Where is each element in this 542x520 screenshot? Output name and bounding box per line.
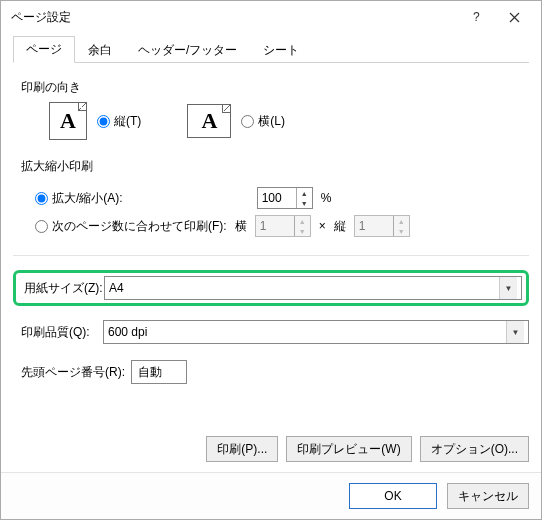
- chevron-down-icon[interactable]: ▼: [499, 277, 517, 299]
- wide-value: 1: [256, 216, 294, 236]
- print-button[interactable]: 印刷(P)...: [206, 436, 278, 462]
- spinner-up-icon[interactable]: ▲: [297, 188, 312, 198]
- dialog-body: ページ 余白 ヘッダー/フッター シート 印刷の向き A 縦(T) A 横(L)…: [1, 33, 541, 472]
- first-page-label: 先頭ページ番号(R):: [13, 364, 131, 381]
- print-quality-label: 印刷品質(Q):: [13, 324, 103, 341]
- adjust-value[interactable]: 100: [258, 188, 296, 208]
- paper-size-row: 用紙サイズ(Z): A4 ▼: [13, 270, 529, 306]
- spinner-down-icon[interactable]: ▼: [297, 198, 312, 208]
- tab-page[interactable]: ページ: [13, 36, 75, 63]
- tall-value: 1: [355, 216, 393, 236]
- tall-spinner: 1 ▲▼: [354, 215, 410, 237]
- tab-strip: ページ 余白 ヘッダー/フッター シート: [13, 39, 529, 63]
- adjust-radio-label: 拡大/縮小(A):: [52, 190, 123, 207]
- svg-text:?: ?: [473, 11, 480, 23]
- landscape-icon: A: [187, 104, 231, 138]
- titlebar: ページ設定 ?: [1, 1, 541, 33]
- action-buttons: 印刷(P)... 印刷プレビュー(W) オプション(O)...: [13, 426, 529, 462]
- wide-spinner: 1 ▲▼: [255, 215, 311, 237]
- adjust-spinner[interactable]: 100 ▲▼: [257, 187, 313, 209]
- scaling-label: 拡大縮小印刷: [21, 158, 529, 175]
- ok-button[interactable]: OK: [349, 483, 437, 509]
- fit-radio-label: 次のページ数に合わせて印刷(F):: [52, 218, 227, 235]
- tab-sheet[interactable]: シート: [250, 37, 312, 63]
- portrait-radio[interactable]: 縦(T): [97, 113, 141, 130]
- spinner-down-icon: ▼: [295, 226, 310, 236]
- spinner-up-icon: ▲: [394, 216, 409, 226]
- paper-size-value: A4: [109, 281, 124, 295]
- spinner-up-icon: ▲: [295, 216, 310, 226]
- wide-label: 横: [235, 218, 247, 235]
- tab-margins[interactable]: 余白: [75, 37, 125, 63]
- help-button[interactable]: ?: [457, 3, 495, 31]
- orientation-label: 印刷の向き: [21, 79, 529, 96]
- orientation-row: A 縦(T) A 横(L): [49, 102, 529, 140]
- landscape-radio[interactable]: 横(L): [241, 113, 285, 130]
- tall-label: 縦: [334, 218, 346, 235]
- spinner-down-icon: ▼: [394, 226, 409, 236]
- first-page-row: 先頭ページ番号(R): 自動: [13, 360, 529, 384]
- print-preview-button[interactable]: 印刷プレビュー(W): [286, 436, 411, 462]
- dialog-footer: OK キャンセル: [1, 472, 541, 519]
- close-button[interactable]: [495, 3, 533, 31]
- fit-radio[interactable]: 次のページ数に合わせて印刷(F):: [35, 218, 227, 235]
- portrait-icon: A: [49, 102, 87, 140]
- print-quality-select[interactable]: 600 dpi ▼: [103, 320, 529, 344]
- times-label: ×: [319, 219, 326, 233]
- options-button[interactable]: オプション(O)...: [420, 436, 529, 462]
- print-quality-value: 600 dpi: [108, 325, 147, 339]
- cancel-button[interactable]: キャンセル: [447, 483, 529, 509]
- portrait-radio-label: 縦(T): [114, 113, 141, 130]
- paper-size-select[interactable]: A4 ▼: [104, 276, 522, 300]
- chevron-down-icon[interactable]: ▼: [506, 321, 524, 343]
- scaling-block: 拡大/縮小(A): 100 ▲▼ % 次のページ数に合わせて印刷(F): 横 1…: [35, 181, 529, 243]
- landscape-radio-label: 横(L): [258, 113, 285, 130]
- first-page-value: 自動: [138, 364, 162, 381]
- adjust-radio[interactable]: 拡大/縮小(A):: [35, 190, 123, 207]
- print-quality-row: 印刷品質(Q): 600 dpi ▼: [13, 320, 529, 344]
- paper-size-label: 用紙サイズ(Z):: [20, 280, 104, 297]
- percent-label: %: [321, 191, 332, 205]
- dialog-title: ページ設定: [11, 9, 457, 26]
- tab-header-footer[interactable]: ヘッダー/フッター: [125, 37, 250, 63]
- first-page-input[interactable]: 自動: [131, 360, 187, 384]
